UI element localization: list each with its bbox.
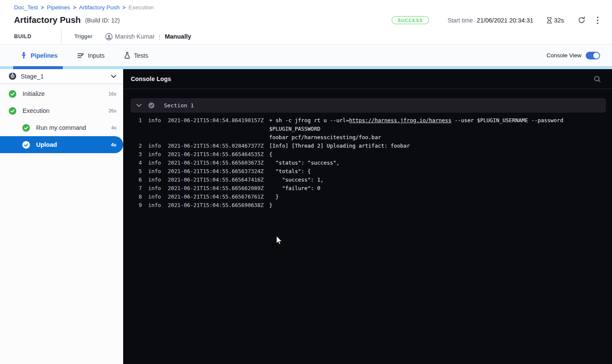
step-duration: 26s — [108, 108, 116, 113]
step-label: Initialize — [23, 90, 45, 97]
console-header: Console Logs — [123, 69, 612, 89]
tab-tests[interactable]: Tests — [124, 52, 148, 59]
status-badge: SUCCESS — [392, 16, 429, 24]
step-duration: 4s — [111, 142, 116, 147]
log-message: } — [269, 193, 279, 201]
chevron-down-icon[interactable] — [136, 104, 141, 107]
trigger-type: Manually — [165, 33, 191, 40]
breadcrumb-current: Execution — [128, 4, 153, 11]
log-text: foobar pcf/harnesscitesting/foo.bar — [269, 134, 381, 140]
duration-value: 32s — [554, 17, 564, 24]
execution-sidebar: Stage_1 Initialize16sExecution26sRun my … — [0, 69, 123, 364]
step-item-upload[interactable]: Upload4s — [0, 136, 123, 153]
breadcrumb-link-project[interactable]: Doc_Test — [14, 4, 38, 11]
breadcrumb-separator: > — [41, 5, 44, 11]
divider: | — [159, 33, 161, 40]
log-level: info — [148, 176, 162, 184]
log-text: "failure": 0 — [269, 185, 320, 191]
page-header: Doc_Test > Pipelines > Artifactory Push … — [0, 0, 612, 44]
log-line: 7info2021-06-21T15:04:55.665662089Z "fai… — [131, 184, 606, 193]
step-list: Initialize16sExecution26sRun my command4… — [0, 84, 123, 153]
log-timestamp: 2021-06-21T15:04:55.665464535Z — [168, 150, 264, 159]
avatar-icon — [105, 33, 113, 40]
log-level: info — [148, 116, 162, 125]
step-label: Execution — [23, 107, 50, 114]
start-time-label: Start time — [448, 17, 473, 24]
tab-inputs[interactable]: Inputs — [77, 52, 105, 59]
breadcrumb-separator: > — [73, 5, 76, 11]
log-timestamp: 2021-06-21T15:04:55.665662089Z — [168, 184, 264, 193]
log-lines: 1info2021-06-21T15:04:54.864190157Z+ sh … — [131, 116, 606, 210]
log-message: [Info] [Thread 2] Uploading artifact: fo… — [269, 142, 410, 150]
step-item-initialize[interactable]: Initialize16s — [0, 85, 123, 102]
log-level: info — [148, 184, 162, 193]
log-section-header[interactable]: Section 1 — [131, 98, 606, 112]
stage-name: Stage_1 — [21, 73, 44, 80]
build-type-label: BUILD — [14, 34, 31, 39]
tab-bar: Pipelines Inputs Tests Console View — [0, 44, 612, 66]
log-url-link[interactable]: https://harness.jfrog.io/harness — [349, 117, 451, 123]
log-line: 8info2021-06-21T15:04:55.665676761Z } — [131, 193, 606, 201]
refresh-button[interactable] — [576, 14, 587, 26]
app-window: Doc_Test > Pipelines > Artifactory Push … — [0, 0, 612, 364]
step-duration: 16s — [108, 91, 116, 96]
log-text: + sh -c jfrog rt u --url= — [269, 117, 349, 123]
log-line-number: 7 — [131, 184, 142, 193]
log-line-number: 5 — [131, 167, 142, 176]
console-panel: Console Logs Section 1 1inf — [123, 69, 612, 364]
log-level: info — [148, 150, 162, 159]
stage-progress-strip — [0, 66, 612, 69]
console-view-toggle[interactable] — [586, 52, 600, 59]
log-message: "totals": { — [269, 167, 311, 176]
hourglass-icon — [546, 17, 553, 24]
step-success-icon — [8, 90, 17, 98]
log-line-number: 6 — [131, 176, 142, 184]
log-line: 1info2021-06-21T15:04:54.864190157Z+ sh … — [131, 116, 606, 142]
console-view-label: Console View — [547, 52, 581, 59]
step-item-execution[interactable]: Execution26s — [0, 102, 123, 119]
toggle-knob — [593, 53, 599, 59]
breadcrumb-link-pipeline[interactable]: Artifactory Push — [79, 4, 119, 11]
breadcrumb: Doc_Test > Pipelines > Artifactory Push … — [14, 4, 600, 11]
breadcrumb-link-pipelines[interactable]: Pipelines — [47, 4, 70, 11]
step-item-run-my-command[interactable]: Run my command4s — [0, 119, 123, 136]
log-timestamp: 2021-06-21T15:04:55.665647416Z — [168, 176, 264, 184]
log-line-number: 9 — [131, 201, 142, 210]
log-line: 5info2021-06-21T15:04:55.665637324Z "tot… — [131, 167, 606, 176]
log-text: } — [269, 202, 273, 208]
trigger-user: Manish Kumar — [105, 33, 155, 40]
stage-selector[interactable]: Stage_1 — [0, 69, 123, 84]
log-level: info — [148, 193, 162, 201]
log-line-number: 8 — [131, 193, 142, 201]
log-text: "totals": { — [269, 168, 311, 174]
tab-label: Inputs — [88, 52, 105, 59]
log-level: info — [148, 167, 162, 176]
log-text: { — [269, 151, 273, 157]
log-text: } — [269, 193, 279, 200]
chevron-down-icon — [111, 75, 116, 78]
more-options-button[interactable] — [595, 15, 600, 26]
log-search-button[interactable] — [592, 74, 603, 84]
log-line: 9info2021-06-21T15:04:55.665690638Z} — [131, 201, 606, 210]
refresh-icon — [578, 16, 586, 24]
start-time-value: 21/06/2021 20:34:31 — [477, 17, 533, 24]
page-title: Artifactory Push — [14, 15, 81, 25]
search-icon — [594, 76, 601, 83]
step-duration: 4s — [111, 125, 116, 130]
tab-label: Pipelines — [31, 52, 58, 59]
log-level: info — [148, 159, 162, 167]
log-message: } — [269, 201, 273, 210]
tab-label: Tests — [134, 52, 148, 59]
log-line: 6info2021-06-21T15:04:55.665647416Z "suc… — [131, 176, 606, 184]
log-text: [Info] [Thread 2] Uploading artifact: fo… — [269, 143, 410, 149]
step-success-icon — [22, 124, 30, 132]
step-label: Run my command — [36, 124, 86, 131]
section-success-icon — [148, 102, 155, 109]
breadcrumb-separator: > — [122, 5, 125, 11]
log-line: 3info2021-06-21T15:04:55.665464535Z{ — [131, 150, 606, 159]
section-label: Section 1 — [164, 102, 194, 109]
tab-pipelines[interactable]: Pipelines — [20, 52, 58, 59]
inputs-icon — [77, 52, 85, 59]
log-message: "status": "success", — [269, 159, 340, 167]
log-message: { — [269, 150, 273, 159]
